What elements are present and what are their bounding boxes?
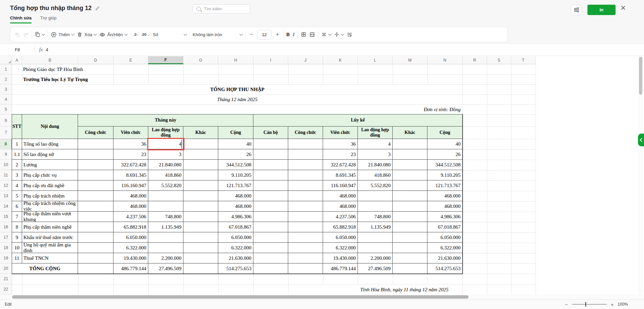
cell-K16[interactable]: 65.882.918 <box>323 222 358 232</box>
cell-E18[interactable]: 6.322.000 <box>113 243 148 253</box>
cell-I13[interactable] <box>253 191 288 201</box>
print-button[interactable]: In <box>587 5 616 15</box>
cell-A20[interactable]: TỔNG CỘNG <box>12 263 78 274</box>
row-header-5[interactable]: 5 <box>0 104 12 114</box>
cell-F19[interactable]: 2.200.000 <box>148 253 183 263</box>
column-header-N[interactable]: N <box>427 56 463 64</box>
cell-K9[interactable]: 23 <box>323 149 358 160</box>
cell-N12[interactable]: 121.713.767 <box>427 180 463 191</box>
increase-font-size-button[interactable]: + <box>275 31 280 38</box>
cell-F15[interactable]: 748.800 <box>148 212 183 222</box>
zoom-in-button[interactable]: + <box>611 302 614 307</box>
cell-F17[interactable] <box>148 232 183 243</box>
cell-F10[interactable]: 21.840.080 <box>148 160 183 170</box>
cell-A14[interactable]: 6 <box>12 201 22 212</box>
cell-G9[interactable] <box>183 149 218 160</box>
row-header-19[interactable]: 19 <box>0 253 12 263</box>
cell-L12[interactable]: 5.552.820 <box>358 180 393 191</box>
delete-button[interactable]: Xóa <box>77 32 96 37</box>
cell-G15[interactable] <box>183 212 218 222</box>
cell-A10[interactable]: 2 <box>12 160 22 170</box>
cell-H19[interactable]: 21.630.000 <box>218 253 253 263</box>
cell-E12[interactable]: 116.160.947 <box>113 180 148 191</box>
vertical-align-chevron[interactable] <box>341 32 344 36</box>
column-header-F[interactable]: F <box>148 56 183 64</box>
vertical-align-button[interactable] <box>334 32 344 37</box>
copy-button[interactable] <box>35 32 45 37</box>
cell-G17[interactable] <box>183 232 218 243</box>
cell-I11[interactable] <box>253 170 288 180</box>
cell-G11[interactable] <box>183 170 218 180</box>
merge-cells-button[interactable] <box>309 32 315 37</box>
cell-B14[interactable]: Phụ cấp trách nhiệm công việc <box>22 201 78 212</box>
cell-D16[interactable] <box>78 222 113 232</box>
cell-B18[interactable]: Ủng hộ quỹ mái ấm gia đình <box>22 243 78 253</box>
cell-D15[interactable] <box>78 212 113 222</box>
cell-F13[interactable] <box>148 191 183 201</box>
cell-B9[interactable]: Số lao động nữ <box>22 149 78 160</box>
cell-L18[interactable] <box>358 243 393 253</box>
cell-E14[interactable]: 468.000 <box>113 201 148 212</box>
cell-A12[interactable]: 4 <box>12 180 22 191</box>
cell-M9[interactable] <box>393 149 427 160</box>
undo-button[interactable] <box>15 32 20 37</box>
add-button[interactable]: Thêm <box>51 32 74 37</box>
row-header-7[interactable]: 7 <box>0 127 12 139</box>
edit-title-icon[interactable] <box>95 6 100 11</box>
tab-chinh-sua[interactable]: Chỉnh sửa <box>10 15 31 23</box>
column-header-E[interactable]: E <box>113 56 148 64</box>
cell-D17[interactable] <box>78 232 113 243</box>
cell-B2[interactable]: Trường Tiểu học Lý Tự Trọng <box>23 74 97 84</box>
bold-button[interactable]: B <box>287 32 290 37</box>
cell-K19[interactable]: 19.430.000 <box>323 253 358 263</box>
cell-G20[interactable] <box>183 263 218 274</box>
cell-E17[interactable]: 6.050.000 <box>113 232 148 243</box>
cell-D11[interactable] <box>78 170 113 180</box>
row-header-1[interactable]: 1 <box>0 64 12 74</box>
cell-G8[interactable] <box>183 139 218 149</box>
horizontal-align-button[interactable] <box>321 32 331 37</box>
row-header-3[interactable]: 3 <box>0 84 12 94</box>
cell-H10[interactable]: 344.512.508 <box>218 160 253 170</box>
cell-L8[interactable]: 4 <box>358 139 393 149</box>
cell-K18[interactable]: 6.322.000 <box>323 243 358 253</box>
cell-F16[interactable]: 1.135.949 <box>148 222 183 232</box>
cell-K15[interactable]: 4.237.506 <box>323 212 358 222</box>
cell-N13[interactable]: 468.000 <box>427 191 463 201</box>
cell-A16[interactable]: 8 <box>12 222 22 232</box>
cell-F12[interactable]: 5.552.820 <box>148 180 183 191</box>
cell-M18[interactable] <box>393 243 427 253</box>
cell-J17[interactable] <box>288 232 323 243</box>
cell-title-row3[interactable]: TỔNG HỢP THU NHẬP <box>12 85 463 94</box>
cell-I19[interactable] <box>253 253 288 263</box>
cell-H14[interactable]: 468.000 <box>218 201 253 212</box>
cell-N19[interactable]: 21.630.000 <box>427 253 463 263</box>
hide-show-button[interactable]: Ẩn/Hiện <box>99 32 127 37</box>
column-header-K[interactable]: K <box>323 56 358 64</box>
cell-K17[interactable]: 6.050.000 <box>323 232 358 243</box>
zoom-slider[interactable] <box>572 304 607 305</box>
cell-H18[interactable]: 6.322.000 <box>218 243 253 253</box>
cell-G19[interactable] <box>183 253 218 263</box>
cell-F9[interactable]: 3 <box>148 149 183 160</box>
cell-N20[interactable]: 514.275.653 <box>427 263 463 274</box>
cell-J11[interactable] <box>288 170 323 180</box>
cell-D13[interactable] <box>78 191 113 201</box>
cell-J10[interactable] <box>288 160 323 170</box>
cell-D14[interactable] <box>78 201 113 212</box>
row-header-10[interactable]: 10 <box>0 160 12 170</box>
cell-K11[interactable]: 8.691.345 <box>323 170 358 180</box>
column-header-D[interactable]: D <box>78 56 113 64</box>
cell-E13[interactable]: 468.000 <box>113 191 148 201</box>
cell-A8[interactable]: 1 <box>12 139 22 149</box>
cell-E16[interactable]: 65.882.918 <box>113 222 148 232</box>
cell-H8[interactable]: 40 <box>218 139 253 149</box>
cell-M20[interactable] <box>393 263 427 274</box>
cell-N18[interactable]: 6.322.000 <box>427 243 463 253</box>
horizontal-scrollbar-thumb[interactable] <box>12 295 469 299</box>
cell-N17[interactable]: 6.050.000 <box>427 232 463 243</box>
cell-M11[interactable] <box>393 170 427 180</box>
cell-H13[interactable]: 468.000 <box>218 191 253 201</box>
row-header-21[interactable]: 21 <box>0 274 12 284</box>
cell-L10[interactable]: 21.840.080 <box>358 160 393 170</box>
